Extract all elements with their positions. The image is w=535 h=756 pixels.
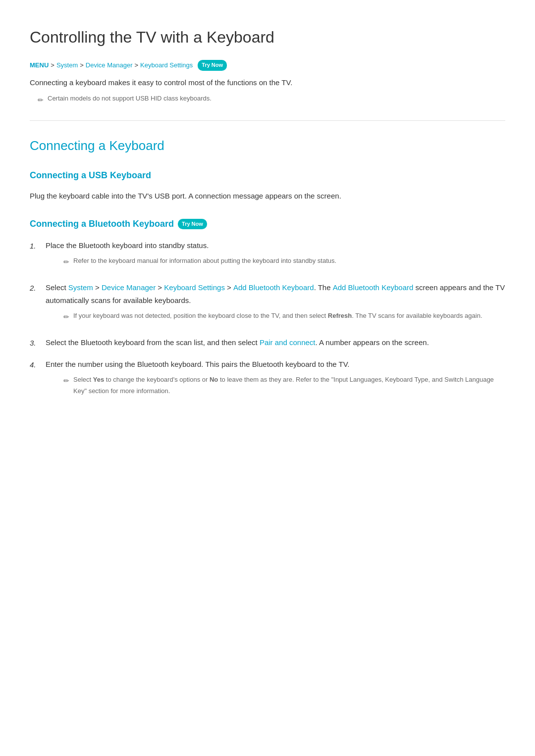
- bluetooth-steps-list: 1. Place the Bluetooth keyboard into sta…: [30, 239, 505, 401]
- bluetooth-keyboard-section: Connecting a Bluetooth Keyboard Try Now …: [30, 217, 505, 401]
- breadcrumb-system[interactable]: System: [56, 60, 78, 71]
- usb-keyboard-section: Connecting a USB Keyboard Plug the keybo…: [30, 168, 505, 202]
- step-2-device-manager[interactable]: Device Manager: [102, 283, 156, 292]
- step-2-text-mid: . The: [314, 283, 333, 292]
- step-2-add-bluetooth2[interactable]: Add Bluetooth Keyboard: [333, 283, 414, 292]
- try-now-badge-bluetooth[interactable]: Try Now: [178, 219, 207, 230]
- usb-keyboard-subtitle: Connecting a USB Keyboard: [30, 168, 505, 183]
- step-4-note-text: Select Yes to change the keyboard's opti…: [73, 374, 505, 396]
- step-3-prefix: Select the Bluetooth keyboard from the s…: [46, 338, 260, 347]
- breadcrumb-device-manager[interactable]: Device Manager: [86, 60, 133, 71]
- bluetooth-step-4: 4. Enter the number using the Bluetooth …: [30, 358, 505, 401]
- step-1-note-text: Refer to the keyboard manual for informa…: [73, 255, 336, 266]
- step-2-prefix: Select: [46, 283, 68, 292]
- step-1-note-icon: ✏: [63, 256, 69, 268]
- step-2-note-block: ✏ If your keyboard was not detected, pos…: [55, 310, 505, 323]
- bluetooth-header: Connecting a Bluetooth Keyboard Try Now: [30, 217, 505, 231]
- step-4-text: Enter the number using the Bluetooth key…: [46, 360, 349, 368]
- page-title: Controlling the TV with a Keyboard: [30, 25, 505, 50]
- refresh-bold: Refresh: [328, 312, 352, 319]
- step-2-content: Select System > Device Manager > Keyboar…: [46, 281, 505, 327]
- step-3-suffix: . A number appears on the screen.: [316, 338, 429, 347]
- usb-keyboard-body: Plug the keyboard cable into the TV's US…: [30, 190, 505, 202]
- breadcrumb-sep1: >: [51, 60, 54, 71]
- step-2-note: ✏ If your keyboard was not detected, pos…: [63, 310, 505, 323]
- step-4-note-icon: ✏: [63, 375, 69, 387]
- bluetooth-step-3: 3. Select the Bluetooth keyboard from th…: [30, 336, 505, 349]
- step-1-note: ✏ Refer to the keyboard manual for infor…: [63, 255, 336, 268]
- note-usb-hid: ✏ Certain models do not support USB HID …: [38, 94, 505, 105]
- step-1-note-block: ✏ Refer to the keyboard manual for infor…: [55, 255, 336, 268]
- step-2-note-text: If your keyboard was not detected, posit…: [73, 310, 482, 321]
- note-text-1: Certain models do not support USB HID cl…: [48, 94, 212, 104]
- step-2-number: 2.: [30, 282, 40, 294]
- step-1-content: Place the Bluetooth keyboard into standb…: [46, 239, 336, 272]
- note-icon-1: ✏: [38, 95, 44, 105]
- section-divider: [30, 120, 505, 121]
- step-1-text: Place the Bluetooth keyboard into standb…: [46, 241, 209, 250]
- bluetooth-step-1: 1. Place the Bluetooth keyboard into sta…: [30, 239, 505, 272]
- bluetooth-keyboard-subtitle: Connecting a Bluetooth Keyboard: [30, 217, 174, 231]
- step-3-number: 3.: [30, 337, 40, 349]
- intro-text: Connecting a keyboard makes it easy to c…: [30, 77, 505, 89]
- step-4-note: ✏ Select Yes to change the keyboard's op…: [63, 374, 505, 396]
- step-4-content: Enter the number using the Bluetooth key…: [46, 358, 505, 401]
- yes-bold: Yes: [93, 376, 104, 383]
- step-2-sep1: >: [93, 283, 102, 292]
- no-bold: No: [210, 376, 218, 383]
- step-2-system[interactable]: System: [68, 283, 93, 292]
- try-now-badge-header[interactable]: Try Now: [198, 60, 227, 71]
- step-3-content: Select the Bluetooth keyboard from the s…: [46, 336, 429, 349]
- breadcrumb: MENU > System > Device Manager > Keyboar…: [30, 60, 505, 71]
- step-4-note-block: ✏ Select Yes to change the keyboard's op…: [55, 374, 505, 396]
- breadcrumb-menu: MENU: [30, 60, 49, 71]
- breadcrumb-sep2: >: [80, 60, 84, 71]
- step-3-pair-connect[interactable]: Pair and connect: [260, 338, 316, 347]
- step-4-number: 4.: [30, 359, 40, 371]
- step-2-sep2: >: [156, 283, 164, 292]
- step-1-number: 1.: [30, 240, 40, 252]
- section-connecting-title: Connecting a Keyboard: [30, 136, 505, 156]
- breadcrumb-keyboard-settings[interactable]: Keyboard Settings: [140, 60, 193, 71]
- step-2-note-icon: ✏: [63, 311, 69, 323]
- step-2-sep3: >: [225, 283, 233, 292]
- breadcrumb-sep3: >: [134, 60, 138, 71]
- bluetooth-step-2: 2. Select System > Device Manager > Keyb…: [30, 281, 505, 327]
- step-2-add-bluetooth[interactable]: Add Bluetooth Keyboard: [233, 283, 314, 292]
- step-2-keyboard-settings[interactable]: Keyboard Settings: [164, 283, 225, 292]
